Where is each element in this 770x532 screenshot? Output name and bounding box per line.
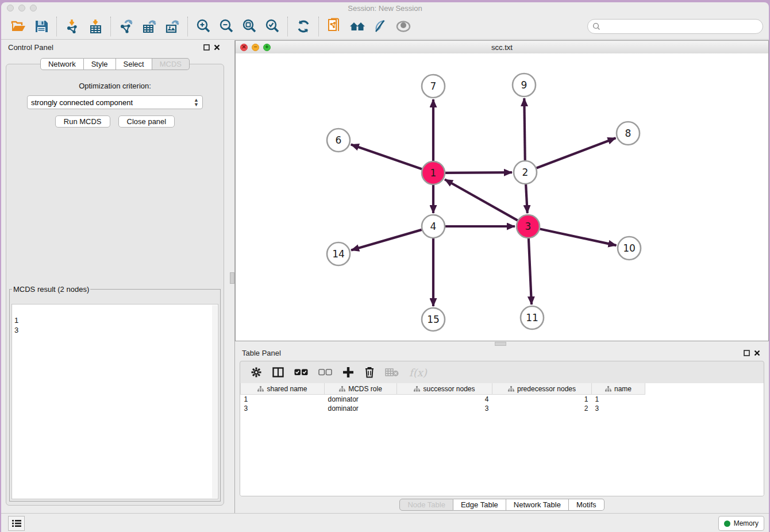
network-canvas[interactable]: 7968124314101511	[236, 53, 768, 341]
float-panel-icon[interactable]	[741, 348, 752, 357]
select-all-icon[interactable]	[294, 369, 308, 376]
close-panel-icon[interactable]	[752, 348, 762, 357]
node-table: shared nameMCDS rolesuccessor nodesprede…	[240, 383, 764, 496]
list-icon	[12, 519, 21, 527]
open-session-icon[interactable]	[7, 16, 30, 37]
zoom-selected-icon[interactable]	[261, 16, 284, 37]
task-history-button[interactable]	[8, 516, 25, 531]
search-field[interactable]	[587, 19, 763, 34]
right-column: ✕ – + scc.txt 7968124314101511 Table Pan…	[235, 40, 769, 513]
tree-icon	[605, 386, 611, 392]
tab-edge-table[interactable]: Edge Table	[453, 499, 506, 511]
table-cell[interactable]: dominator	[325, 404, 397, 413]
node-label: 6	[336, 134, 342, 146]
edge-2-3[interactable]	[526, 184, 528, 213]
export-table-icon[interactable]	[138, 16, 161, 37]
node-label: 9	[521, 79, 528, 91]
column-header-name[interactable]: name	[592, 383, 645, 395]
column-header-successor-nodes[interactable]: successor nodes	[397, 383, 492, 395]
deselect-all-icon[interactable]	[318, 369, 332, 376]
column-header-MCDS-role[interactable]: MCDS role	[325, 383, 397, 395]
graphics-details-icon[interactable]	[369, 16, 392, 37]
node-1[interactable]: 1	[422, 161, 445, 184]
first-neighbors-icon[interactable]	[346, 16, 369, 37]
network-minimize-icon[interactable]: –	[252, 44, 259, 51]
settings-gear-icon[interactable]	[251, 367, 262, 378]
table-cell[interactable]: 4	[397, 395, 492, 404]
network-svg: 7968124314101511	[236, 53, 768, 341]
network-zoom-icon[interactable]: +	[263, 44, 271, 51]
zoom-out-icon[interactable]	[215, 16, 238, 37]
table-cell[interactable]: dominator	[325, 395, 397, 404]
edge-2-9[interactable]	[524, 98, 525, 160]
delete-column-icon[interactable]	[364, 367, 375, 378]
table-cell[interactable]: 1	[241, 395, 325, 404]
network-close-icon[interactable]: ✕	[240, 44, 248, 51]
column-header-shared-name[interactable]: shared name	[241, 383, 325, 395]
tab-motifs[interactable]: Motifs	[569, 499, 605, 511]
node-14[interactable]: 14	[327, 242, 350, 265]
search-input[interactable]	[603, 22, 758, 31]
table-cell[interactable]: 1	[592, 395, 645, 404]
edge-3-1[interactable]	[445, 179, 518, 220]
node-7[interactable]: 7	[422, 75, 445, 98]
save-session-icon[interactable]	[30, 16, 53, 37]
edge-1-6[interactable]	[351, 145, 422, 169]
new-network-from-selection-icon[interactable]	[323, 16, 346, 37]
table-row[interactable]: 1dominator411	[241, 395, 645, 404]
table-cell[interactable]: 1	[492, 395, 592, 404]
refresh-icon[interactable]	[292, 16, 315, 37]
table-cell[interactable]: 2	[492, 404, 592, 413]
table-row[interactable]: 3dominator323	[241, 404, 645, 413]
node-table-grid[interactable]: shared nameMCDS rolesuccessor nodesprede…	[240, 383, 645, 413]
node-10[interactable]: 10	[618, 237, 641, 260]
import-network-icon[interactable]	[61, 16, 84, 37]
tab-network-table[interactable]: Network Table	[506, 499, 569, 511]
export-image-icon[interactable]	[161, 16, 184, 37]
zoom-fit-icon[interactable]	[238, 16, 261, 37]
export-network-icon[interactable]	[115, 16, 138, 37]
edge-4-14[interactable]	[351, 230, 422, 250]
float-panel-icon[interactable]	[201, 43, 211, 52]
node-6[interactable]: 6	[327, 129, 350, 152]
tab-mcds[interactable]: MCDS	[152, 58, 190, 70]
run-mcds-button[interactable]: Run MCDS	[55, 115, 110, 128]
splitter-handle[interactable]	[495, 342, 506, 346]
splitter-handle[interactable]	[230, 272, 234, 284]
edge-3-10[interactable]	[540, 229, 617, 245]
add-column-icon[interactable]	[342, 367, 354, 378]
toolbar-separator	[110, 17, 111, 36]
result-scrollbar[interactable]	[212, 305, 217, 498]
node-11[interactable]: 11	[521, 306, 544, 329]
import-table-icon[interactable]	[84, 16, 107, 37]
tab-select[interactable]: Select	[116, 58, 152, 70]
node-3[interactable]: 3	[517, 215, 540, 238]
node-8[interactable]: 8	[617, 122, 640, 145]
node-2[interactable]: 2	[514, 161, 537, 184]
horizontal-splitter[interactable]	[235, 341, 769, 346]
column-layout-icon[interactable]	[272, 367, 284, 377]
delete-table-icon	[385, 368, 399, 377]
edge-1-2[interactable]	[445, 172, 512, 173]
tab-style[interactable]: Style	[84, 58, 116, 70]
hide-selected-icon[interactable]	[392, 16, 415, 37]
tree-icon	[339, 386, 345, 392]
optimization-criterion-select[interactable]: strongly connected component ▲▼	[27, 95, 203, 109]
tab-node-table[interactable]: Node Table	[399, 499, 453, 511]
column-header-predecessor-nodes[interactable]: predecessor nodes	[492, 383, 592, 395]
edge-3-11[interactable]	[529, 238, 532, 304]
table-cell[interactable]: 3	[592, 404, 645, 413]
close-panel-icon[interactable]	[211, 43, 222, 52]
vertical-splitter[interactable]	[229, 40, 235, 513]
tab-network[interactable]: Network	[40, 58, 84, 70]
edge-2-8[interactable]	[537, 138, 616, 168]
table-cell[interactable]: 3	[397, 404, 492, 413]
table-tabs: Node TableEdge TableNetwork TableMotifs	[235, 499, 769, 511]
node-9[interactable]: 9	[513, 74, 536, 97]
close-panel-button[interactable]: Close panel	[118, 115, 175, 128]
zoom-in-icon[interactable]	[192, 16, 215, 37]
table-cell[interactable]: 3	[241, 404, 325, 413]
node-15[interactable]: 15	[422, 308, 445, 331]
memory-button[interactable]: Memory	[718, 516, 764, 531]
node-4[interactable]: 4	[422, 215, 445, 238]
